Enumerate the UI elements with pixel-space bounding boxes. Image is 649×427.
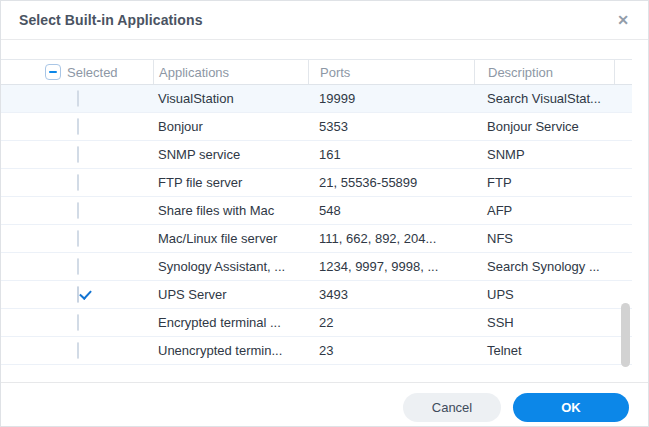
dialog-title: Select Built-in Applications	[19, 12, 203, 28]
column-header-ports[interactable]: Ports	[308, 60, 474, 84]
selected-cell	[1, 91, 153, 106]
row-checkbox[interactable]	[77, 90, 79, 107]
footer-divider	[1, 382, 649, 383]
selected-cell	[1, 175, 153, 190]
cancel-button[interactable]: Cancel	[403, 393, 501, 422]
description-cell: Search VisualStat...	[474, 91, 614, 106]
row-checkbox[interactable]	[77, 314, 79, 331]
table-row[interactable]: Synology Assistant, ... 1234, 9997, 9998…	[1, 253, 632, 281]
table-body: VisualStation 19999 Search VisualStat...…	[1, 85, 632, 365]
column-header-selected-label: Selected	[67, 65, 118, 80]
application-cell: Encrypted terminal ...	[153, 315, 308, 330]
description-cell: Bonjour Service	[474, 119, 614, 134]
description-cell: FTP	[474, 175, 614, 190]
column-header-selected[interactable]: Selected	[1, 60, 153, 84]
description-cell: SSH	[474, 315, 614, 330]
selected-cell	[1, 315, 153, 330]
ports-cell: 19999	[308, 91, 474, 106]
row-checkbox[interactable]	[77, 146, 79, 163]
application-cell: Share files with Mac	[153, 203, 308, 218]
table-header-row: Selected Applications Ports Description	[1, 59, 632, 85]
application-cell: Mac/Linux file server	[153, 231, 308, 246]
row-checkbox[interactable]	[77, 342, 79, 359]
table-row[interactable]: SNMP service 161 SNMP	[1, 141, 632, 169]
ports-cell: 111, 662, 892, 204...	[308, 231, 474, 246]
description-cell: NFS	[474, 231, 614, 246]
ports-cell: 548	[308, 203, 474, 218]
table-row[interactable]: FTP file server 21, 55536-55899 FTP	[1, 169, 632, 197]
description-cell: UPS	[474, 287, 614, 302]
application-cell: Bonjour	[153, 119, 308, 134]
application-cell: FTP file server	[153, 175, 308, 190]
column-header-description[interactable]: Description	[474, 60, 614, 84]
application-cell: UPS Server	[153, 287, 308, 302]
select-all-checkbox[interactable]	[45, 64, 61, 80]
description-cell: Telnet	[474, 343, 614, 358]
row-checkbox[interactable]	[77, 230, 79, 247]
dialog-header: Select Built-in Applications ✕	[1, 1, 648, 40]
ports-cell: 23	[308, 343, 474, 358]
description-cell: Search Synology ...	[474, 259, 614, 274]
applications-table: Selected Applications Ports Description …	[1, 59, 632, 365]
ports-cell: 161	[308, 147, 474, 162]
ports-cell: 3493	[308, 287, 474, 302]
selected-cell	[1, 343, 153, 358]
row-checkbox[interactable]	[77, 174, 79, 191]
application-cell: Synology Assistant, ...	[153, 259, 308, 274]
selected-cell	[1, 259, 153, 274]
selected-cell	[1, 119, 153, 134]
description-cell: SNMP	[474, 147, 614, 162]
table-row[interactable]: Bonjour 5353 Bonjour Service	[1, 113, 632, 141]
table-row[interactable]: Mac/Linux file server 111, 662, 892, 204…	[1, 225, 632, 253]
table-row[interactable]: VisualStation 19999 Search VisualStat...	[1, 85, 632, 113]
ports-cell: 22	[308, 315, 474, 330]
column-header-spacer	[614, 60, 632, 84]
selected-cell	[1, 287, 153, 302]
ports-cell: 21, 55536-55899	[308, 175, 474, 190]
application-cell: VisualStation	[153, 91, 308, 106]
select-built-in-applications-dialog: { "dialog": { "title": "Select Built-in …	[0, 0, 649, 427]
row-checkbox[interactable]	[77, 286, 79, 303]
selected-cell	[1, 231, 153, 246]
table-row[interactable]: UPS Server 3493 UPS	[1, 281, 632, 309]
column-header-applications[interactable]: Applications	[153, 60, 308, 84]
selected-cell	[1, 147, 153, 162]
row-checkbox[interactable]	[77, 118, 79, 135]
ports-cell: 5353	[308, 119, 474, 134]
vertical-scrollbar-thumb[interactable]	[621, 303, 630, 367]
description-cell: AFP	[474, 203, 614, 218]
row-checkbox[interactable]	[77, 202, 79, 219]
application-cell: SNMP service	[153, 147, 308, 162]
table-row[interactable]: Unencrypted termin... 23 Telnet	[1, 337, 632, 365]
selected-cell	[1, 203, 153, 218]
close-icon[interactable]: ✕	[614, 11, 632, 29]
table-row[interactable]: Encrypted terminal ... 22 SSH	[1, 309, 632, 337]
row-checkbox[interactable]	[77, 258, 79, 275]
application-cell: Unencrypted termin...	[153, 343, 308, 358]
table-row[interactable]: Share files with Mac 548 AFP	[1, 197, 632, 225]
ports-cell: 1234, 9997, 9998, ...	[308, 259, 474, 274]
ok-button[interactable]: OK	[513, 393, 629, 422]
